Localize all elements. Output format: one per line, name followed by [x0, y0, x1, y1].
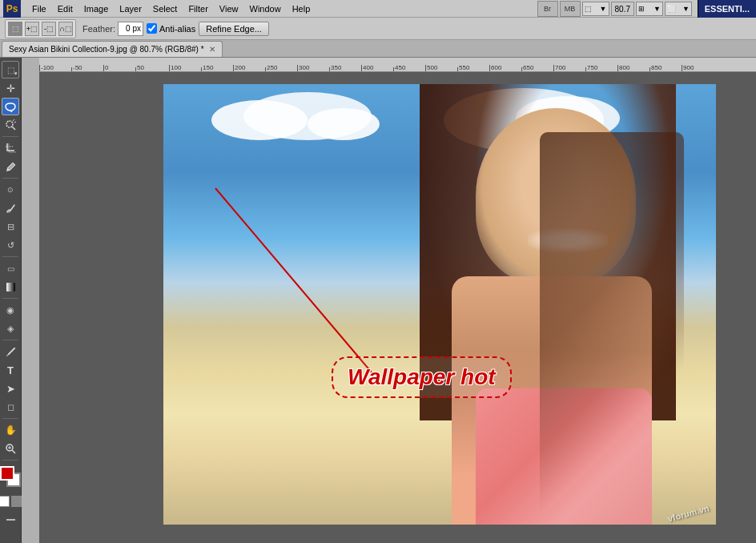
text-tool-btn[interactable]: T: [2, 361, 19, 379]
menu-select[interactable]: Select: [148, 2, 183, 15]
tick: [135, 67, 136, 71]
foreground-color-swatch[interactable]: [0, 466, 14, 481]
intersect-selection-btn[interactable]: ∩⬚: [58, 22, 73, 36]
svg-line-12: [215, 188, 372, 372]
svg-point-5: [7, 210, 10, 212]
pen-tool-btn[interactable]: [2, 343, 19, 360]
quick-mask-icon[interactable]: [11, 496, 22, 507]
tick-label: 200: [235, 64, 245, 71]
tick-label: 900: [683, 64, 694, 71]
zoom-tool-btn[interactable]: [2, 440, 19, 457]
svg-line-2: [12, 127, 15, 130]
path-select-btn[interactable]: ➤: [2, 380, 19, 397]
arrange-dropdown[interactable]: ⊞ ▼: [636, 2, 663, 16]
menu-help[interactable]: Help: [288, 2, 316, 15]
menu-file[interactable]: File: [27, 2, 51, 15]
tool-separator-5: [2, 340, 18, 340]
tab-bar: Sexy Asian Bikini Collection-9.jpg @ 80.…: [0, 40, 756, 58]
photo-background: Wallpaper hot vforum.vn: [163, 84, 716, 525]
history-brush-btn[interactable]: ↺: [2, 236, 19, 254]
tick-label: 0: [105, 64, 108, 71]
antialias-checkbox[interactable]: [147, 23, 157, 34]
color-swatches[interactable]: [0, 466, 24, 490]
tick: [265, 67, 266, 71]
tick-label: 750: [587, 64, 597, 71]
screen-mode-btn[interactable]: [2, 511, 19, 529]
main-area: ⬚▾ ✛: [0, 58, 756, 543]
view-icon: ⬚: [585, 5, 592, 13]
tick-label: 100: [171, 64, 181, 71]
tool-separator-7: [2, 460, 18, 461]
tick: [297, 65, 298, 71]
menu-view[interactable]: View: [215, 2, 243, 15]
brush-tool-btn[interactable]: [2, 199, 19, 217]
bridge-button[interactable]: Br: [537, 1, 558, 17]
shape-tool-btn[interactable]: ◻: [2, 398, 19, 416]
healing-brush-btn[interactable]: ⊙: [2, 181, 19, 199]
tick: [585, 67, 586, 71]
marquee-tool-btn[interactable]: ⬚▾: [2, 61, 19, 78]
tick: [361, 65, 362, 71]
arrange-icon: ⊞: [638, 5, 645, 13]
tool-separator-3: [2, 256, 18, 257]
menu-layer[interactable]: Layer: [115, 2, 147, 15]
tick-label: 150: [203, 64, 213, 71]
screen-arrow: ▼: [682, 5, 690, 13]
tick: [233, 65, 234, 71]
quick-select-tool-btn[interactable]: [2, 116, 19, 134]
dodge-tool-btn[interactable]: ◈: [2, 320, 19, 337]
tick-label: 700: [555, 64, 565, 71]
zoom-value: 80.7: [615, 5, 630, 14]
tick: [617, 65, 618, 71]
doc-tab-close-button[interactable]: ✕: [209, 45, 215, 54]
tick: [682, 65, 682, 71]
tick-label: 250: [267, 64, 277, 71]
stamp-tool-btn[interactable]: ⊟: [2, 218, 19, 235]
selection-mode-group: ⬚ +⬚ -⬚ ∩⬚: [5, 19, 76, 38]
refine-edge-button[interactable]: Refine Edge...: [199, 22, 269, 36]
svg-line-3: [13, 119, 14, 121]
cloud-3: [308, 108, 380, 140]
menu-filter[interactable]: Filter: [183, 2, 212, 15]
gradient-tool-btn[interactable]: [2, 278, 19, 296]
tick-label: 50: [137, 64, 144, 71]
menu-edit[interactable]: Edit: [53, 2, 78, 15]
new-selection-btn[interactable]: ⬚: [8, 22, 22, 36]
screen-dropdown[interactable]: ⬜ ▼: [665, 2, 692, 16]
feather-input[interactable]: [118, 22, 143, 36]
antialias-label[interactable]: Anti-alias: [147, 23, 195, 34]
tool-separator-4: [2, 298, 18, 299]
crop-tool-btn[interactable]: [2, 139, 19, 157]
tick: [39, 65, 40, 71]
essentials-button[interactable]: ESSENTI...: [698, 0, 756, 18]
eraser-tool-btn[interactable]: ▭: [2, 259, 19, 277]
minibr-button[interactable]: MB: [560, 1, 581, 17]
blur-tool-btn[interactable]: ◉: [2, 301, 19, 319]
menu-image[interactable]: Image: [79, 2, 114, 15]
add-selection-btn[interactable]: +⬚: [25, 22, 39, 36]
document-tab[interactable]: Sexy Asian Bikini Collection-9.jpg @ 80.…: [2, 41, 223, 57]
top-icons-area: Br MB ⬚ ▼ 80.7 ⊞ ▼ ⬜ ▼: [537, 0, 692, 18]
move-tool-btn[interactable]: ✛: [2, 79, 19, 97]
hand-tool-btn[interactable]: ✋: [2, 421, 19, 439]
normal-mode-icon[interactable]: [0, 496, 10, 507]
eyedropper-tool-btn[interactable]: [2, 158, 19, 175]
zoom-display: 80.7: [611, 2, 634, 16]
tick-label: 600: [491, 64, 501, 71]
lasso-tool-btn[interactable]: [2, 98, 19, 115]
tick: [71, 67, 72, 71]
svg-line-8: [12, 450, 15, 453]
tick: [393, 67, 394, 71]
doc-tab-title: Sexy Asian Bikini Collection-9.jpg @ 80.…: [9, 45, 204, 54]
view-dropdown[interactable]: ⬚ ▼: [582, 2, 609, 16]
subtract-selection-btn[interactable]: -⬚: [42, 22, 56, 36]
tool-separator-1: [2, 136, 18, 137]
svg-point-1: [6, 121, 13, 127]
menu-bar: Ps File Edit Image Layer Select Filter V…: [0, 0, 756, 18]
tick-label: 350: [331, 64, 341, 71]
tick-label: 300: [299, 64, 309, 71]
tick-label: 550: [459, 64, 469, 71]
tick: [521, 67, 522, 71]
menu-window[interactable]: Window: [245, 2, 286, 15]
tool-separator-2: [2, 178, 18, 179]
